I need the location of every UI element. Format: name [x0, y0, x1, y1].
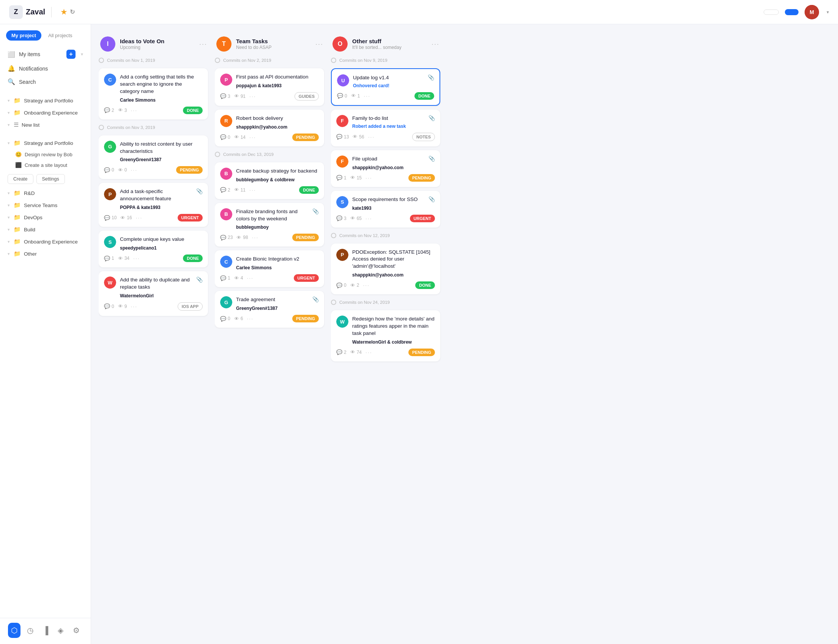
card[interactable]: R Robert book delivery shapppkin@yahoo.c… — [215, 110, 324, 146]
gear-icon[interactable]: ⚙ — [70, 623, 83, 638]
card[interactable]: G Ability to restrict content by user ch… — [99, 135, 208, 179]
settings-button[interactable]: Settings — [36, 174, 65, 184]
card-more-icon[interactable]: ··· — [365, 215, 372, 222]
allviews-folder-devops[interactable]: ▾ 📁 DevOps — [3, 211, 88, 223]
favorites-folder-onboarding[interactable]: ▾ 📁 Onboarding Experience — [3, 107, 88, 119]
card-avatar: B — [220, 208, 232, 220]
folder-label: Strategy and Portfolio — [24, 140, 73, 146]
allviews-folder-rd[interactable]: ▾ 📁 R&D — [3, 187, 88, 199]
view-count: 16 — [127, 215, 132, 220]
comment-icon: 💬 — [220, 93, 226, 99]
card-more-icon[interactable]: ··· — [247, 275, 254, 281]
card-more-icon[interactable]: ··· — [130, 167, 137, 173]
card[interactable]: B Create backup strategy for backend bub… — [215, 162, 324, 199]
allviews-folder-strategy[interactable]: ▾ 📁 Strategy and Portfolio — [3, 137, 88, 149]
sidebar-item-notifications[interactable]: 🔔 Notifications — [3, 62, 88, 75]
card[interactable]: P First pass at API documentation poppaj… — [215, 68, 324, 106]
refresh-icon[interactable]: ↻ — [70, 8, 75, 16]
allviews-folder-other[interactable]: ▾ 📁 Other — [3, 248, 88, 260]
sidebar-sub-site-layout[interactable]: ⬛ Create a site layout — [3, 160, 88, 170]
folder-chevron-icon: ▾ — [8, 239, 10, 244]
comment-stat: 💬 0 — [337, 93, 347, 99]
card-footer: 💬 1 👁 4 ··· URGENT — [220, 274, 319, 282]
divider — [51, 7, 52, 18]
card[interactable]: W Redesign how the 'more details' and ra… — [331, 310, 440, 361]
card-title: Create Bionic Integration v2 — [236, 256, 319, 263]
comment-icon: 💬 — [104, 256, 110, 261]
favorites-list-new[interactable]: ▾ ☰ New list — [3, 119, 88, 131]
card[interactable]: F File upload shapppkin@yahoo.com 📎 💬 1 … — [331, 150, 440, 187]
user-avatar: M — [805, 5, 819, 19]
card-footer: 💬 0 👁 1 ··· DONE — [337, 92, 434, 100]
search-icon: 🔍 — [8, 78, 15, 85]
my-project-tab[interactable]: My project — [6, 30, 41, 41]
allviews-folder-onboarding[interactable]: ▾ 📁 Onboarding Experience — [3, 235, 88, 248]
card[interactable]: C Add a config setting that tells the se… — [99, 68, 208, 120]
card-more-icon[interactable]: ··· — [252, 234, 259, 240]
sidebar-actions: Create Settings — [3, 171, 88, 187]
sidebar-sub-design-review[interactable]: 😊 Design review by Bob — [3, 149, 88, 160]
comment-count: 2 — [228, 187, 230, 193]
comment-count: 3 — [344, 216, 346, 221]
card[interactable]: S Complete unique keys value speedypelic… — [99, 231, 208, 268]
card-more-icon[interactable]: ··· — [365, 175, 372, 181]
clock-icon[interactable]: ◷ — [24, 623, 36, 638]
eye-icon: 👁 — [350, 175, 355, 181]
card-more-icon[interactable]: ··· — [136, 215, 143, 221]
card[interactable]: C Create Bionic Integration v2 Carlee Si… — [215, 250, 324, 287]
card[interactable]: G Trade agreement GreenyGreen#1387 📎 💬 0… — [215, 291, 324, 328]
folder-label: Onboarding Experience — [24, 110, 78, 116]
sidebar-item-search[interactable]: 🔍 Search — [3, 75, 88, 89]
card-more-icon[interactable]: ··· — [249, 187, 256, 193]
column-menu-icon[interactable]: ··· — [199, 40, 207, 48]
view-stat: 👁 6 — [234, 316, 243, 322]
add-repository-button[interactable] — [785, 9, 798, 15]
card-more-icon[interactable]: ··· — [130, 107, 137, 113]
commit-dot — [331, 300, 336, 305]
card-header-row: R Robert book delivery shapppkin@yahoo.c… — [220, 115, 319, 130]
column-menu-icon[interactable]: ··· — [431, 40, 440, 48]
user-menu[interactable]: M ▾ — [805, 5, 829, 19]
card-avatar: P — [336, 249, 348, 261]
card-more-icon[interactable]: ··· — [364, 93, 370, 99]
eye-icon: 👁 — [234, 275, 239, 281]
card-avatar: U — [337, 74, 349, 87]
card-title: Family to-do list — [352, 115, 425, 122]
card[interactable]: P Add a task-specific announcement featu… — [99, 183, 208, 227]
card-more-icon[interactable]: ··· — [365, 349, 372, 355]
allviews-folder-build[interactable]: ▾ 📁 Build — [3, 223, 88, 235]
card[interactable]: S Scope requirements for SSO kate1993 📎 … — [331, 191, 440, 228]
all-projects-tab[interactable]: All projects — [43, 30, 78, 41]
column-menu-icon[interactable]: ··· — [315, 40, 323, 48]
commit-date: Commits on Dec 13, 2019 — [223, 152, 273, 157]
folder-chevron-icon: ▾ — [8, 215, 10, 220]
comment-count: 2 — [112, 108, 114, 113]
card-author: shapppkin@yahoo.com — [236, 125, 319, 130]
star-icon[interactable]: ★ — [61, 8, 67, 16]
add-item-button[interactable]: + — [66, 50, 76, 59]
card-more-icon[interactable]: ··· — [368, 134, 375, 140]
project-tabs: My project All projects — [0, 30, 91, 47]
favorites-folder-strategy[interactable]: ▾ 📁 Strategy and Portfolio — [3, 94, 88, 107]
card[interactable]: W Add the ability to duplicate and repla… — [99, 271, 208, 316]
sidebar-item-my-items[interactable]: ⬜ My items + ▾ — [3, 47, 88, 62]
filter-cards-button[interactable] — [764, 10, 779, 15]
card-more-icon[interactable]: ··· — [133, 255, 140, 261]
column-avatar-inner: T — [216, 36, 232, 52]
card-author: bubblegumboy & coldbrew — [236, 177, 319, 182]
create-button[interactable]: Create — [8, 174, 33, 184]
card-more-icon[interactable]: ··· — [363, 282, 370, 288]
card[interactable]: B Finalize branding fonts and colors by … — [215, 203, 324, 247]
card-avatar: S — [104, 236, 116, 248]
card-more-icon[interactable]: ··· — [247, 315, 254, 322]
allviews-folder-service[interactable]: ▾ 📁 Service Teams — [3, 199, 88, 211]
card[interactable]: U Update log v1.4 Onhovered card! 📎 💬 0 … — [331, 68, 440, 106]
cube-icon[interactable]: ◈ — [54, 623, 66, 638]
layers-icon[interactable]: ⬡ — [8, 623, 20, 638]
bar-chart-icon[interactable]: ▐ — [40, 623, 51, 638]
card[interactable]: F Family to-do list Robert added a new t… — [331, 110, 440, 146]
card-more-icon[interactable]: ··· — [130, 304, 137, 309]
card-more-icon[interactable]: ··· — [249, 134, 256, 140]
card-more-icon[interactable]: ··· — [249, 93, 256, 99]
card[interactable]: P PDOException: SQLSTATE [1045] Access d… — [331, 243, 440, 295]
